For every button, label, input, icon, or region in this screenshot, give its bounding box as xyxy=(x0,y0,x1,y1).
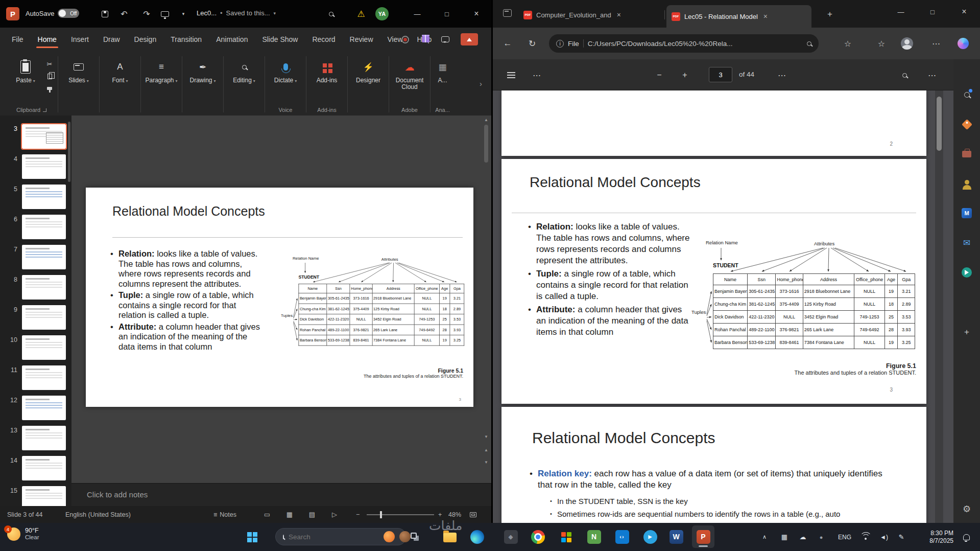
tray-icon-2[interactable]: ☁ xyxy=(797,523,808,551)
settings-gear-icon[interactable]: ⚙ xyxy=(960,502,974,516)
more-options-icon[interactable]: ⋯ xyxy=(530,68,544,82)
search-highlight-icon-1[interactable] xyxy=(384,531,395,542)
pdf-search-button[interactable] xyxy=(897,68,912,82)
slide-thumbnail-11[interactable] xyxy=(22,365,66,390)
autosave-control[interactable]: AutoSave Off xyxy=(26,9,79,18)
ribbon-tab-slide-show[interactable]: Slide Show xyxy=(255,28,304,51)
thumbnail-scrollbar[interactable] xyxy=(68,119,70,503)
account-avatar[interactable]: YA xyxy=(375,7,389,20)
language-indicator[interactable]: ENG xyxy=(838,523,851,551)
slide-canvas[interactable]: Relational Model Concepts •Relation: loo… xyxy=(86,188,473,407)
ribbon-tab-record[interactable]: Record xyxy=(305,28,342,51)
add-sidebar-item-icon[interactable]: + xyxy=(960,325,974,339)
quick-access-chevron-icon[interactable]: ▾ xyxy=(176,7,191,21)
pager-more-icon[interactable]: ⋯ xyxy=(775,68,789,82)
wifi-icon[interactable] xyxy=(859,523,872,551)
volume-icon[interactable]: ◄) xyxy=(878,523,890,551)
scrollbar-thumb[interactable] xyxy=(484,125,488,163)
page-number-input[interactable] xyxy=(709,67,732,82)
clock[interactable]: 8:30 PM 8/7/2025 xyxy=(929,523,953,551)
slide-bullet-list[interactable]: •Relation: looks like a table of values.… xyxy=(110,249,265,353)
notepad-plus-plus-icon[interactable]: N xyxy=(583,525,605,548)
slide-thumbnail-7[interactable] xyxy=(22,245,66,269)
close-tab-icon[interactable]: × xyxy=(762,12,769,20)
zoom-out-button[interactable]: − xyxy=(652,68,666,82)
vscode-icon[interactable]: ‹› xyxy=(611,525,633,548)
notes-pane[interactable]: Click to add notes xyxy=(71,483,491,506)
copy-icon[interactable] xyxy=(45,73,54,80)
cut-icon[interactable]: ✂ xyxy=(45,60,54,67)
pdf-scrollbar-thumb[interactable] xyxy=(937,97,942,151)
ribbon-tab-insert[interactable]: Insert xyxy=(64,28,95,51)
chat-app-icon[interactable]: ▶ xyxy=(639,525,661,548)
save-button[interactable] xyxy=(97,7,112,21)
favorite-star-icon[interactable]: ☆ xyxy=(841,37,854,50)
ribbon-editing-button[interactable]: Editing▾ xyxy=(227,54,261,104)
editor-scrollbar[interactable]: ▲ ▼ ▲ ▼ xyxy=(483,117,490,480)
tray-icon-3[interactable]: ● xyxy=(816,523,827,551)
undo-button[interactable]: ↶ xyxy=(116,7,132,21)
store-icon[interactable] xyxy=(555,525,577,548)
slide-thumbnail-4[interactable] xyxy=(22,154,66,179)
table-of-contents-icon[interactable] xyxy=(504,68,518,82)
close-button[interactable]: × xyxy=(462,0,491,28)
start-slideshow-button[interactable] xyxy=(157,7,173,21)
word-icon[interactable]: W xyxy=(665,525,687,548)
pdf-scrollbar-track[interactable] xyxy=(935,90,943,523)
slideshow-view-icon[interactable]: ▷ xyxy=(327,506,342,523)
new-tab-button[interactable]: + xyxy=(824,8,836,20)
ribbon-dictate-button[interactable]: Dictate▾ xyxy=(269,54,302,104)
browser-tab-active[interactable]: PDF Lec05 - Relational Model × xyxy=(666,5,811,28)
ribbon-paragraph-button[interactable]: ≡Paragraph▾ xyxy=(145,54,178,104)
ribbon-tab-transition[interactable]: Transition xyxy=(164,28,208,51)
hidden-icons-chevron[interactable]: ∧ xyxy=(758,523,771,551)
ribbon-tab-draw[interactable]: Draw xyxy=(97,28,127,51)
ribbon-partial-button[interactable]: ▦A... xyxy=(431,54,451,104)
slide-thumbnail-5[interactable] xyxy=(22,185,66,209)
slide-thumbnail-8[interactable] xyxy=(22,275,66,300)
ribbon-drawing-button[interactable]: ✒Drawing▾ xyxy=(186,54,220,104)
slide-thumbnail-15[interactable] xyxy=(22,486,66,506)
maximize-button[interactable]: □ xyxy=(432,0,462,28)
task-view-icon[interactable] xyxy=(403,525,426,548)
reading-view-icon[interactable]: ▤ xyxy=(304,506,320,523)
edge-icon[interactable] xyxy=(466,525,488,548)
notes-placeholder[interactable]: Click to add notes xyxy=(87,490,148,499)
share-button[interactable] xyxy=(461,32,478,47)
slide-thumbnail-12[interactable] xyxy=(22,396,66,420)
ribbon-scroll-right-icon[interactable]: › xyxy=(480,79,482,88)
tray-icon-1[interactable]: ▦ xyxy=(779,523,790,551)
pdf-content-area[interactable]: 2 Relational Model Concepts •Relation: l… xyxy=(493,90,953,523)
minimize-button[interactable]: — xyxy=(885,0,917,24)
normal-view-icon[interactable]: ▭ xyxy=(259,506,275,523)
language-indicator[interactable]: English (United States) xyxy=(65,506,131,523)
ribbon-slides-button[interactable]: Slides▾ xyxy=(62,54,95,104)
tab-actions-icon[interactable] xyxy=(503,9,512,17)
taskbar-search[interactable] xyxy=(275,528,407,545)
people-icon[interactable] xyxy=(960,176,974,191)
whats-new-button[interactable] xyxy=(422,32,429,47)
ribbon-font-button[interactable]: AFont▾ xyxy=(103,54,137,104)
search-input[interactable] xyxy=(289,533,379,541)
send-icon[interactable] xyxy=(960,265,974,280)
dialog-launcher-icon[interactable] xyxy=(43,108,46,112)
autosave-toggle[interactable]: Off xyxy=(58,9,79,18)
dark-app-icon[interactable]: ◆ xyxy=(499,525,522,548)
favorites-bar-icon[interactable]: ☆ xyxy=(875,37,888,50)
weather-widget[interactable]: 4 90°F Clear xyxy=(7,527,39,541)
back-button[interactable]: ← xyxy=(500,36,515,51)
previous-slide-icon[interactable]: ▲ xyxy=(483,448,490,452)
slide-indicator[interactable]: Slide 3 of 44 xyxy=(7,506,43,523)
close-tab-icon[interactable]: × xyxy=(615,11,623,19)
slide-thumbnail-10[interactable] xyxy=(22,335,66,360)
fit-to-window-button[interactable] xyxy=(470,506,476,523)
browser-tab-inactive[interactable]: PDF Computer_Evolution_and × xyxy=(518,5,662,25)
profile-avatar[interactable] xyxy=(900,37,914,50)
refresh-button[interactable]: ↻ xyxy=(524,36,540,51)
next-slide-icon[interactable]: ▼ xyxy=(483,460,490,465)
search-button[interactable] xyxy=(323,7,339,21)
powerpoint-logo-icon[interactable]: P xyxy=(6,7,19,20)
comments-button[interactable] xyxy=(441,32,449,47)
minimize-button[interactable]: — xyxy=(402,0,432,28)
notes-toggle[interactable]: ≡ Notes xyxy=(213,506,236,523)
